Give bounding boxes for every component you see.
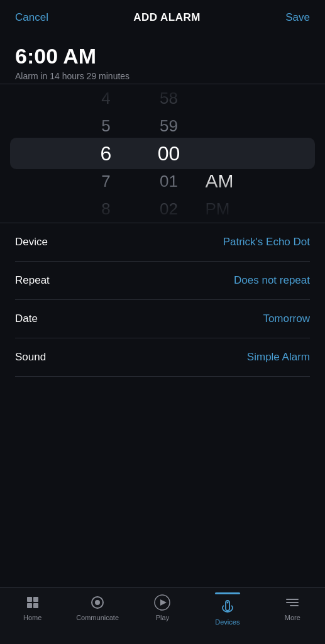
hour-item: 7 [75, 167, 138, 195]
active-indicator [215, 592, 240, 594]
picker-columns: 3 4 5 6 7 8 9 57 58 59 00 01 02 03 AM PM [0, 84, 325, 223]
cancel-button[interactable]: Cancel [15, 11, 48, 24]
ampm-item: PM [206, 195, 230, 223]
date-value: Tomorrow [263, 313, 310, 325]
time-subtitle: Alarm in 14 hours 29 minutes [15, 71, 310, 81]
device-value: Patrick's Echo Dot [223, 236, 310, 248]
minute-item: 59 [138, 112, 201, 140]
communicate-icon [89, 594, 106, 611]
hours-column[interactable]: 3 4 5 6 7 8 9 [75, 84, 138, 223]
time-display: 6:00 AM Alarm in 14 hours 29 minutes [0, 33, 325, 84]
repeat-label: Repeat [15, 274, 50, 287]
svg-rect-3 [33, 603, 38, 608]
repeat-row[interactable]: Repeat Does not repeat [15, 262, 310, 300]
svg-rect-1 [27, 603, 32, 608]
minute-selected: 00 [138, 140, 201, 167]
minute-item: 58 [138, 84, 201, 112]
ampm-column[interactable]: AM PM [201, 84, 251, 223]
nav-item-devices[interactable]: Devices [202, 594, 253, 626]
device-row[interactable]: Device Patrick's Echo Dot [15, 223, 310, 262]
hour-item: 5 [75, 112, 138, 140]
devices-icon [219, 599, 236, 615]
bottom-nav: Home Communicate Play [0, 587, 325, 644]
minute-item: 01 [138, 167, 201, 195]
nav-item-more[interactable]: More [267, 594, 317, 621]
date-label: Date [15, 313, 38, 325]
more-icon [284, 594, 300, 611]
svg-rect-0 [27, 597, 32, 602]
svg-point-8 [226, 602, 228, 604]
time-picker[interactable]: 3 4 5 6 7 8 9 57 58 59 00 01 02 03 AM PM [0, 84, 325, 223]
svg-point-5 [95, 600, 100, 605]
ampm-selected: AM [206, 167, 234, 195]
home-icon [25, 594, 41, 611]
hour-item: 8 [75, 195, 138, 223]
minute-item: 02 [138, 195, 201, 223]
svg-rect-2 [33, 597, 38, 602]
hour-selected: 6 [75, 140, 138, 167]
minutes-column[interactable]: 57 58 59 00 01 02 03 [138, 84, 201, 223]
hour-item: 4 [75, 84, 138, 112]
sound-row[interactable]: Sound Simple Alarm [15, 338, 310, 377]
nav-label-communicate: Communicate [76, 614, 119, 621]
nav-item-play[interactable]: Play [137, 594, 187, 621]
svg-marker-7 [160, 599, 167, 606]
nav-label-play: Play [156, 614, 169, 621]
date-row[interactable]: Date Tomorrow [15, 300, 310, 338]
nav-label-home: Home [23, 614, 41, 621]
nav-label-more: More [285, 614, 300, 621]
nav-item-home[interactable]: Home [8, 594, 58, 621]
page-title: ADD ALARM [133, 11, 201, 24]
nav-label-devices: Devices [215, 618, 240, 626]
current-time: 6:00 AM [15, 44, 310, 69]
device-label: Device [15, 236, 48, 248]
repeat-value: Does not repeat [234, 274, 310, 287]
settings-section: Device Patrick's Echo Dot Repeat Does no… [0, 223, 325, 377]
save-button[interactable]: Save [285, 11, 310, 24]
sound-label: Sound [15, 351, 46, 364]
header: Cancel ADD ALARM Save [0, 0, 325, 33]
sound-value: Simple Alarm [247, 351, 310, 364]
nav-item-communicate[interactable]: Communicate [72, 594, 123, 621]
play-icon [154, 594, 170, 611]
